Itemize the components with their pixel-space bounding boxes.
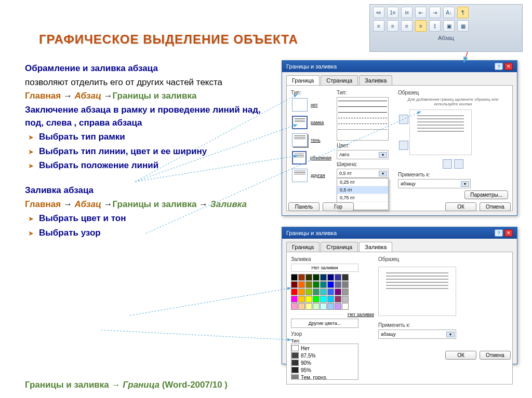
width-opt-05[interactable]: 0,5 пт (337, 186, 388, 194)
border-bottom-button[interactable] (399, 141, 408, 150)
cancel-button[interactable]: Отмена (480, 351, 511, 360)
multilevel-button[interactable]: ⁞≡ (401, 7, 413, 18)
border-top-button[interactable] (399, 115, 408, 124)
numbering-button[interactable]: 1≡ (387, 7, 398, 18)
color-swatch[interactable] (298, 296, 305, 303)
bullets-button[interactable]: •≡ (373, 7, 384, 18)
params-button[interactable]: Параметры... (464, 190, 508, 199)
close-icon[interactable]: ✕ (504, 229, 513, 237)
color-swatch[interactable] (305, 296, 312, 303)
color-swatch[interactable] (327, 303, 334, 310)
color-swatch[interactable] (342, 303, 349, 310)
color-swatch[interactable] (320, 296, 327, 303)
sort-button[interactable]: A↓ (443, 7, 455, 18)
tab-fill[interactable]: Заливка (359, 75, 392, 85)
align-center-button[interactable]: ≡ (387, 20, 398, 32)
titlebar: Границы и заливка ? ✕ (282, 61, 517, 72)
cancel-button[interactable]: Отмена (480, 202, 511, 211)
tab-page[interactable]: Страница (321, 242, 358, 252)
color-swatch[interactable] (313, 303, 320, 310)
border-right-button[interactable] (454, 159, 463, 169)
color-swatch[interactable] (291, 289, 298, 295)
width-dropdown[interactable]: 0,5 пт (337, 169, 389, 178)
color-swatch[interactable] (291, 303, 298, 310)
close-icon[interactable]: ✕ (504, 63, 513, 70)
page-title: ГРАФИЧЕСКОЕ ВЫДЕЛЕНИЕ ОБЪЕКТА (39, 32, 298, 47)
help-icon[interactable]: ? (495, 63, 503, 70)
color-swatch[interactable] (305, 303, 312, 310)
color-grid[interactable] (291, 274, 374, 310)
color-swatch[interactable] (305, 274, 312, 281)
type-shadow[interactable]: тень (291, 132, 332, 148)
color-swatch[interactable] (320, 274, 327, 281)
color-swatch[interactable] (327, 281, 334, 288)
color-swatch[interactable] (335, 289, 341, 295)
color-swatch[interactable] (335, 281, 341, 288)
help-icon[interactable]: ? (495, 229, 503, 237)
color-swatch[interactable] (291, 281, 298, 288)
svg-line-5 (130, 288, 291, 315)
apply-dropdown[interactable]: абзацу (378, 330, 456, 339)
panel-button[interactable]: Панель (288, 202, 320, 211)
color-swatch[interactable] (335, 296, 341, 303)
color-swatch[interactable] (327, 274, 334, 281)
color-swatch[interactable] (298, 281, 305, 288)
color-swatch[interactable] (313, 289, 320, 295)
width-opt-075[interactable]: 0,75 пт (337, 194, 388, 202)
type-3d[interactable]: объемная (291, 150, 332, 166)
ribbon-group-label: Абзац (373, 35, 519, 41)
color-swatch[interactable] (342, 296, 349, 303)
tab-border[interactable]: Граница (286, 75, 320, 85)
style-list[interactable] (337, 97, 389, 141)
dialog-tabs: Граница Страница Заливка (282, 239, 517, 252)
ok-button[interactable]: ОК (445, 202, 476, 211)
color-swatch[interactable] (298, 289, 305, 295)
border-left-button[interactable] (443, 159, 452, 169)
align-left-button[interactable]: ≡ (373, 20, 384, 32)
style-label: Тип: (337, 90, 394, 95)
more-colors-button[interactable]: Другие цвета... (291, 319, 358, 328)
tab-fill[interactable]: Заливка (359, 242, 392, 252)
color-swatch[interactable] (313, 281, 320, 288)
ok-button[interactable]: ОК (445, 351, 476, 360)
color-swatch[interactable] (291, 296, 298, 303)
color-swatch[interactable] (291, 274, 298, 281)
preview-box[interactable] (409, 109, 472, 155)
align-right-button[interactable]: ≡ (401, 20, 413, 32)
color-swatch[interactable] (320, 281, 327, 288)
color-swatch[interactable] (335, 303, 341, 310)
color-swatch[interactable] (327, 289, 334, 295)
hline-button[interactable]: Гор (323, 202, 354, 211)
shading-button[interactable]: ▣ (443, 20, 455, 32)
indent-left-button[interactable]: ⇤ (415, 7, 427, 18)
borders-button[interactable]: ▦ (457, 20, 469, 32)
color-swatch[interactable] (313, 296, 320, 303)
tab-border[interactable]: Граница (286, 242, 320, 252)
color-swatch[interactable] (342, 281, 349, 288)
color-swatch[interactable] (305, 289, 312, 295)
color-swatch[interactable] (313, 274, 320, 281)
justify-button[interactable]: ≡ (415, 20, 427, 32)
color-swatch[interactable] (342, 289, 349, 295)
color-swatch[interactable] (320, 303, 327, 310)
color-swatch[interactable] (342, 274, 349, 281)
tab-page[interactable]: Страница (321, 75, 358, 85)
color-swatch[interactable] (298, 274, 305, 281)
color-swatch[interactable] (298, 303, 305, 310)
line-spacing-button[interactable]: ‡ (429, 20, 441, 32)
no-fill-button[interactable]: Нет заливки (291, 264, 358, 272)
color-dropdown[interactable]: Авто (337, 150, 389, 159)
type-custom[interactable]: другая (291, 168, 332, 183)
color-swatch[interactable] (327, 296, 334, 303)
width-opt-025[interactable]: 0,25 пт (337, 179, 388, 186)
color-swatch[interactable] (320, 289, 327, 295)
color-swatch[interactable] (305, 281, 312, 288)
type-box[interactable]: рамка (291, 115, 332, 130)
pilcrow-button[interactable]: ¶ (457, 7, 469, 18)
bullet-5: Выбрать узор (39, 227, 101, 240)
type-none[interactable]: нет (291, 97, 332, 113)
indent-right-button[interactable]: ⇥ (429, 7, 441, 18)
pattern-list[interactable]: Нет 87,5% 90% 95% Тем. горнз. Тем. верт. (291, 344, 358, 380)
color-swatch[interactable] (335, 274, 341, 281)
apply-dropdown[interactable]: абзацу (398, 179, 471, 188)
